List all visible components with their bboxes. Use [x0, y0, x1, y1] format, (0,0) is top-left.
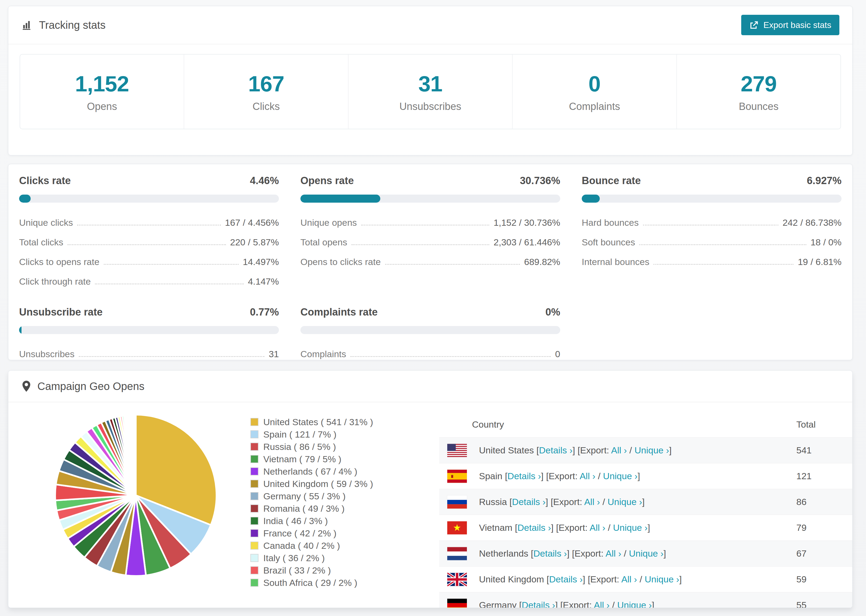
- export-unique-link[interactable]: Unique ›: [603, 471, 638, 481]
- stat-boxes: 1,152Opens167Clicks31Unsubscribes0Compla…: [20, 54, 841, 129]
- legend-label: India ( 46 / 3% ): [263, 516, 328, 526]
- rate-row-value: 689.82%: [524, 257, 560, 267]
- geo-row-country-cell: Germany [Details ›] [Export: All › / Uni…: [479, 600, 788, 608]
- rate-progress-bar: [19, 326, 279, 334]
- export-unique-link[interactable]: Unique ›: [617, 600, 652, 608]
- rate-progress-fill: [582, 195, 600, 203]
- legend-label: Spain ( 121 / 7% ): [263, 429, 337, 440]
- dotted-leader: [77, 225, 220, 225]
- export-unique-link[interactable]: Unique ›: [608, 497, 642, 507]
- export-all-link[interactable]: All ›: [579, 471, 595, 481]
- legend-swatch: [250, 443, 258, 451]
- legend-swatch: [250, 455, 258, 463]
- rate-row: Hard bounces242 / 86.738%: [582, 213, 842, 233]
- dotted-leader: [643, 225, 778, 225]
- legend-swatch: [250, 418, 258, 426]
- rate-row-label: Opens to clicks rate: [301, 257, 381, 267]
- rate-header: Unsubscribe rate0.77%: [19, 306, 279, 318]
- legend-label: Netherlands ( 67 / 4% ): [263, 466, 357, 477]
- geo-table-row: Netherlands [Details ›] [Export: All › /…: [439, 541, 852, 566]
- page-title: Tracking stats: [39, 19, 105, 31]
- geo-header: Campaign Geo Opens: [8, 371, 852, 402]
- geo-title: Campaign Geo Opens: [38, 380, 145, 392]
- export-basic-stats-button[interactable]: Export basic stats: [741, 15, 839, 35]
- stat-value: 1,152: [75, 71, 129, 96]
- legend-label: Canada ( 40 / 2% ): [263, 541, 340, 551]
- rate-value: 0%: [545, 306, 560, 318]
- geo-table-header: Country Total: [439, 412, 852, 437]
- rate-value: 4.46%: [250, 175, 279, 187]
- es-flag-icon: [447, 470, 467, 483]
- export-unique-link[interactable]: Unique ›: [613, 522, 648, 533]
- rate-row-value: 31: [269, 349, 279, 359]
- geo-row-total-cell: 67: [788, 548, 852, 559]
- details-link[interactable]: Details ›: [533, 548, 567, 558]
- rate-progress-fill: [19, 195, 31, 203]
- legend-item: Spain ( 121 / 7% ): [250, 428, 373, 440]
- dotted-leader: [361, 225, 490, 225]
- campaign-geo-opens-card: Campaign Geo Opens United States ( 541 /…: [8, 370, 853, 608]
- legend-item: India ( 46 / 3% ): [250, 515, 373, 527]
- details-link[interactable]: Details ›: [512, 497, 546, 507]
- tracking-stats-header: Tracking stats Export basic stats: [8, 6, 852, 44]
- dotted-leader: [351, 244, 489, 245]
- details-link[interactable]: Details ›: [522, 600, 555, 608]
- rate-rows: Unsubscribes31: [19, 344, 279, 364]
- stat-value: 279: [741, 71, 777, 96]
- export-all-link[interactable]: All ›: [584, 497, 600, 507]
- legend-label: United Kingdom ( 59 / 3% ): [263, 479, 373, 489]
- export-unique-link[interactable]: Unique ›: [645, 574, 679, 584]
- map-pin-icon: [21, 380, 31, 392]
- rate-progress-bar: [301, 326, 560, 334]
- legend-item: United States ( 541 / 31% ): [250, 416, 373, 428]
- rate-row-label: Click through rate: [19, 276, 91, 287]
- legend-item: Germany ( 55 / 3% ): [250, 490, 373, 502]
- export-unique-link[interactable]: Unique ›: [629, 548, 663, 558]
- rate-progress-bar: [301, 195, 560, 203]
- stat-label: Unsubscribes: [399, 101, 461, 112]
- details-link[interactable]: Details ›: [539, 445, 573, 455]
- rates-grid: Clicks rate4.46%Unique clicks167 / 4.456…: [8, 164, 852, 375]
- details-link[interactable]: Details ›: [549, 574, 583, 584]
- rate-row-label: Soft bounces: [582, 237, 635, 248]
- legend-label: Italy ( 36 / 2% ): [263, 553, 325, 563]
- legend-item: Netherlands ( 67 / 4% ): [250, 465, 373, 478]
- stat-value: 0: [589, 71, 601, 96]
- legend-item: United Kingdom ( 59 / 3% ): [250, 478, 373, 490]
- rate-progress-bar: [19, 195, 279, 203]
- export-all-link[interactable]: All ›: [606, 548, 622, 558]
- us-flag-icon: [447, 444, 467, 457]
- geo-body: United States ( 541 / 31% )Spain ( 121 /…: [8, 402, 852, 607]
- export-all-link[interactable]: All ›: [589, 522, 605, 533]
- rate-row-label: Internal bounces: [582, 257, 649, 267]
- legend-swatch: [250, 529, 258, 537]
- vn-flag-icon: [447, 521, 467, 534]
- export-all-link[interactable]: All ›: [594, 600, 610, 608]
- rate-row-value: 19 / 6.81%: [798, 257, 842, 267]
- rate-row-value: 1,152 / 30.736%: [493, 217, 560, 228]
- legend-label: South Africa ( 29 / 2% ): [263, 578, 357, 588]
- rate-row-value: 167 / 4.456%: [225, 217, 279, 228]
- tracking-stats-card: Tracking stats Export basic stats 1,152O…: [8, 6, 853, 156]
- country-column-header: Country: [439, 419, 788, 430]
- export-icon: [749, 20, 759, 30]
- export-unique-link[interactable]: Unique ›: [635, 445, 669, 455]
- rate-row: Unique opens1,152 / 30.736%: [301, 213, 560, 233]
- dotted-leader: [385, 264, 520, 265]
- export-all-link[interactable]: All ›: [611, 445, 627, 455]
- export-all-link[interactable]: All ›: [621, 574, 637, 584]
- details-link[interactable]: Details ›: [518, 522, 551, 533]
- legend-item: Russia ( 86 / 5% ): [250, 440, 373, 453]
- dotted-leader: [639, 244, 806, 245]
- dotted-leader: [350, 356, 551, 357]
- geo-row-total-cell: 55: [788, 600, 852, 608]
- details-link[interactable]: Details ›: [507, 471, 541, 481]
- legend-label: United States ( 541 / 31% ): [263, 417, 373, 427]
- legend-label: Russia ( 86 / 5% ): [263, 442, 336, 452]
- geo-title-wrap: Campaign Geo Opens: [21, 380, 145, 392]
- rate-title: Complaints rate: [301, 306, 378, 318]
- rate-header: Bounce rate6.927%: [582, 175, 842, 187]
- rate-row-value: 0: [555, 349, 560, 359]
- geo-row-country-cell: United States [Details ›] [Export: All ›…: [479, 445, 788, 456]
- rate-row: Click through rate4.147%: [19, 272, 279, 291]
